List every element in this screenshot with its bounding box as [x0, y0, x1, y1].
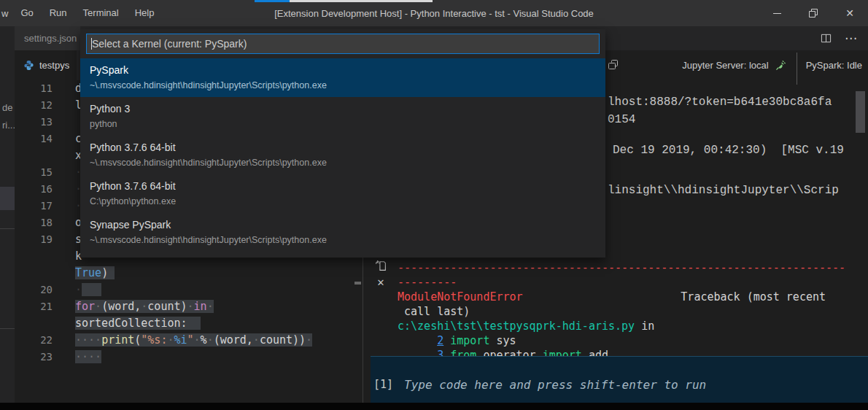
- kernel-picker-input[interactable]: Select a Kernel (current: PySpark): [86, 34, 600, 54]
- line-number: [15, 265, 53, 282]
- menu-item-help[interactable]: Help: [127, 0, 163, 26]
- menu-item-run[interactable]: Run: [42, 0, 75, 26]
- kernel-option-description: ~\.msvscode.hdinsight\hdinsightJupyter\S…: [90, 234, 605, 247]
- line-number: 21: [15, 298, 53, 315]
- minimize-button[interactable]: [759, 0, 795, 26]
- code-line[interactable]: 21for·(word,·count)·in·: [15, 298, 363, 315]
- kernel-option-description: python: [90, 118, 605, 131]
- goto-code-icon[interactable]: [375, 260, 387, 272]
- line-number: 12: [15, 97, 53, 114]
- line-number: [15, 315, 53, 332]
- kernel-option-description: ~\.msvscode.hdinsight\hdinsightJupyter\S…: [90, 80, 605, 92]
- line-number: [15, 248, 53, 265]
- code-line[interactable]: 20·: [15, 282, 363, 298]
- close-icon: ✕: [845, 7, 854, 19]
- progress-bar-fill: [255, 0, 290, 2]
- output-text-fragment: 0154: [608, 113, 635, 126]
- kernel-option-4[interactable]: Python 3.7.6 64-bitC:\python\python.exe: [80, 174, 605, 213]
- kernel-option-description: ~\.msvscode.hdinsight\hdinsightJupyter\S…: [90, 157, 605, 169]
- menu-bar: w GoRunTerminalHelp: [0, 0, 162, 26]
- menu-item-view-clipped[interactable]: w: [0, 8, 12, 19]
- kernel-picker-dropdown: Select a Kernel (current: PySpark) PySpa…: [80, 29, 605, 258]
- remove-cell-icon[interactable]: ✕: [377, 278, 385, 287]
- code-line[interactable]: 22····print("%s:·%i"·%·(word,·count))·: [15, 332, 363, 349]
- traceback-output: ----------------------------------------…: [398, 260, 845, 363]
- title-bar: w GoRunTerminalHelp [Extension Developme…: [0, 0, 868, 26]
- sidebar-item-clipped[interactable]: de: [2, 102, 12, 113]
- split-editor-icon[interactable]: [821, 33, 832, 44]
- jupyter-server-status[interactable]: Jupyter Server: local: [682, 60, 769, 71]
- window-title: [Extension Development Host] - Python In…: [274, 8, 594, 19]
- copy-icon[interactable]: [608, 59, 619, 71]
- cell-execution-count: [1]: [373, 378, 393, 391]
- traceback-line: ---------: [398, 275, 845, 290]
- kernel-option-label: Python 3.7.6 64-bit: [90, 141, 605, 155]
- tab-settings-json[interactable]: settings.json: [15, 26, 80, 50]
- code-line[interactable]: 23····: [15, 349, 363, 365]
- restore-button[interactable]: [795, 0, 832, 26]
- output-text-fragment: lhost:8888/?token=b641e30bc8a6fa: [608, 96, 832, 109]
- line-number: 20: [15, 282, 53, 298]
- progress-bar-track: [290, 0, 433, 2]
- progress-bar: [255, 0, 433, 2]
- kernel-option-3[interactable]: Python 3.7.6 64-bit~\.msvscode.hdinsight…: [80, 136, 605, 174]
- interactive-input-cell[interactable]: [1] Type code here and press shift-enter…: [371, 356, 868, 403]
- sidebar-strip: de ri...: [0, 26, 15, 403]
- traceback-line: c:\zeshi\tst\testpysqprk-hdi-aris.py in: [398, 319, 845, 333]
- more-actions-icon[interactable]: ⋯: [845, 26, 858, 50]
- python-file-icon: [23, 60, 34, 71]
- line-number: 19: [15, 231, 53, 248]
- line-number: 18: [15, 214, 53, 231]
- line-number: 13: [15, 114, 53, 131]
- scrollbar-thumb[interactable]: [856, 91, 865, 133]
- sidebar-divider: [0, 228, 15, 229]
- code-line[interactable]: sortedCollection:: [15, 315, 363, 332]
- traceback-line: 2 import sys: [398, 333, 845, 348]
- output-text-fragment: linsight\\hdinsightJupyter\\Scrip: [608, 184, 839, 197]
- kernel-option-5[interactable]: Synapse PySpark~\.msvscode.hdinsight\hdi…: [80, 213, 605, 252]
- code-line[interactable]: True): [15, 265, 363, 282]
- kernel-option-label: Synapse PySpark: [90, 218, 605, 232]
- line-number: 11: [15, 80, 53, 97]
- line-number: 16: [15, 181, 53, 198]
- menu-item-terminal[interactable]: Terminal: [75, 0, 127, 26]
- kernel-option-1[interactable]: PySpark~\.msvscode.hdinsight\hdinsightJu…: [80, 58, 605, 97]
- line-number: 15: [15, 164, 53, 181]
- kernel-option-description: C:\python\python.exe: [90, 196, 605, 208]
- close-button[interactable]: ✕: [832, 0, 868, 26]
- tab-testpy[interactable]: testpys: [15, 50, 77, 80]
- line-number: 17: [15, 198, 53, 214]
- sidebar-divider: [0, 328, 15, 329]
- line-number: 14: [15, 131, 53, 147]
- traceback-line: ----------------------------------------…: [398, 260, 845, 275]
- sidebar-selected-row[interactable]: [0, 187, 15, 210]
- kernel-option-label: PySpark: [90, 63, 605, 77]
- traceback-line: ModuleNotFoundError Traceback (most rece…: [398, 290, 845, 304]
- kernel-option-2[interactable]: Python 3python: [80, 97, 605, 136]
- plug-icon: [775, 60, 786, 71]
- line-number: [15, 147, 53, 164]
- kernel-picker-list: PySpark~\.msvscode.hdinsight\hdinsightJu…: [80, 58, 605, 252]
- status-bar: [0, 403, 868, 410]
- code-input-placeholder[interactable]: Type code here and press shift-enter to …: [404, 378, 706, 392]
- output-text-fragment: Dec 19 2019, 00:42:30) [MSC v.19: [613, 144, 844, 157]
- kernel-option-label: Python 3.7.6 64-bit: [90, 179, 605, 193]
- restore-icon: [809, 9, 818, 18]
- line-number: 23: [15, 349, 53, 365]
- menu-item-go[interactable]: Go: [12, 0, 41, 26]
- overview-ruler-mark: [354, 282, 361, 285]
- sidebar-item-clipped[interactable]: ri...: [2, 120, 15, 131]
- header-separator: [797, 53, 797, 85]
- traceback-line: call last): [398, 304, 845, 319]
- minimize-icon: [773, 13, 781, 14]
- kernel-status[interactable]: PySpark: Idle: [806, 60, 862, 71]
- kernel-option-label: Python 3: [90, 102, 605, 116]
- line-number: 22: [15, 332, 53, 349]
